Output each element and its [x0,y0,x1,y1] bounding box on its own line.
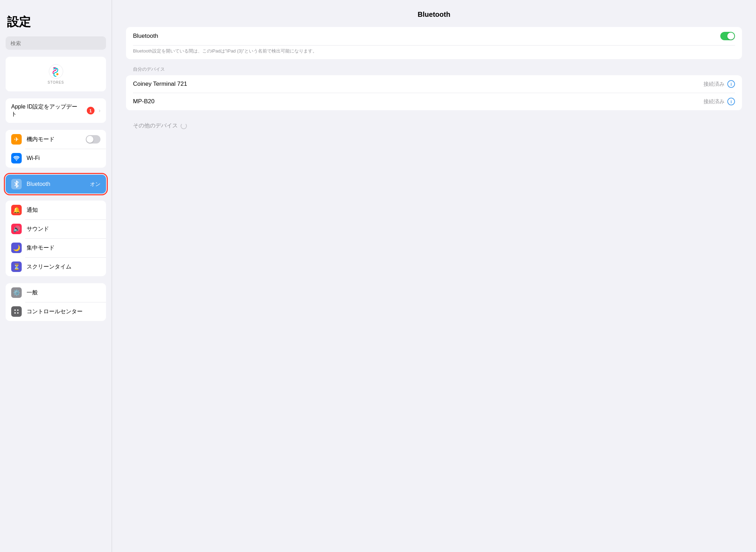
notifications-label: 通知 [27,207,100,214]
wifi-label: Wi-Fi [27,155,100,161]
other-devices-row: その他のデバイス [126,117,742,134]
scanning-spinner [181,123,187,129]
airplane-label: 機内モード [27,136,81,143]
stores-label: STORES [48,81,64,84]
device-status-1: 接続済み [704,98,724,105]
bluetooth-description: Bluetooth設定を開いている間は、このiPadは"iPad (3)"という… [126,45,742,59]
connectivity-group: ✈ 機内モード Wi-Fi [6,130,106,168]
bluetooth-toggle-row: Bluetooth [126,27,742,45]
apple-id-row[interactable]: Apple ID設定をアップデート 1 › [6,98,106,123]
bluetooth-label: Bluetooth [27,181,85,187]
other-devices-label: その他のデバイス [133,122,178,130]
sound-label: サウンド [27,225,100,233]
device-info-btn-1[interactable]: i [727,98,735,105]
svg-point-1 [56,73,58,75]
sidebar-item-wifi[interactable]: Wi-Fi [6,149,106,168]
stores-logo: STORES [48,64,64,84]
bluetooth-group: Bluetooth オン [6,175,106,194]
moon-icon: 🌙 [11,243,22,253]
sidebar-item-bluetooth[interactable]: Bluetooth オン [6,175,106,194]
device-name-1: MP-B20 [133,98,704,105]
apple-id-label: Apple ID設定をアップデート [11,103,83,118]
my-devices-card: Coiney Terminal 721 接続済み i MP-B20 接続済み i [126,75,742,110]
bluetooth-icon [11,179,22,189]
sound-icon: 🔊 [11,224,22,234]
focus-label: 集中モード [27,244,100,252]
sidebar-item-notifications[interactable]: 🔔 通知 [6,201,106,219]
search-input[interactable] [10,40,101,46]
settings-group2: ⚙️ 一般 コントロールセンター [6,283,106,321]
controls-icon [11,306,22,317]
bell-icon: 🔔 [11,205,22,215]
gear-icon: ⚙️ [11,287,22,298]
sidebar-item-airplane[interactable]: ✈ 機内モード [6,130,106,149]
screentime-label: スクリーンタイム [27,263,100,271]
device-status-0: 接続済み [704,81,724,88]
bluetooth-toggle-label: Bluetooth [133,33,720,40]
device-row-1[interactable]: MP-B20 接続済み i [126,93,742,110]
search-bar [6,36,106,50]
sidebar: 設定 STORES Apple ID設定をアップデート 1 › ✈ 機内モード [0,0,112,552]
device-info-btn-0[interactable]: i [727,80,735,88]
svg-point-4 [14,312,16,314]
device-row-0[interactable]: Coiney Terminal 721 接続済み i [126,75,742,93]
device-name-0: Coiney Terminal 721 [133,81,704,88]
sidebar-item-sound[interactable]: 🔊 サウンド [6,219,106,238]
apple-id-badge: 1 [87,107,94,114]
main-content: Bluetooth Bluetooth Bluetooth設定を開いている間は、… [112,0,756,552]
bluetooth-status: オン [90,181,100,188]
stores-banner: STORES [6,57,106,91]
my-devices-section-label: 自分のデバイス [126,66,742,75]
airplane-toggle[interactable] [86,135,100,144]
control-center-label: コントロールセンター [27,308,100,315]
airplane-icon: ✈ [11,134,22,145]
bluetooth-toggle-card: Bluetooth Bluetooth設定を開いている間は、このiPadは"iP… [126,27,742,59]
svg-point-5 [17,312,19,314]
sidebar-item-focus[interactable]: 🌙 集中モード [6,238,106,257]
main-title: Bluetooth [126,11,742,19]
page-title: 設定 [6,14,106,30]
chevron-right-icon: › [99,107,100,114]
general-label: 一般 [27,289,100,296]
svg-point-2 [14,309,16,311]
svg-point-3 [17,309,19,311]
bluetooth-main-toggle[interactable] [720,32,735,40]
settings-group1: 🔔 通知 🔊 サウンド 🌙 集中モード ⏳ スクリーンタイム [6,201,106,276]
hourglass-icon: ⏳ [11,261,22,272]
wifi-icon [11,153,22,163]
stores-icon [48,64,64,79]
sidebar-item-control-center[interactable]: コントロールセンター [6,302,106,321]
sidebar-item-screentime[interactable]: ⏳ スクリーンタイム [6,257,106,276]
sidebar-item-general[interactable]: ⚙️ 一般 [6,283,106,302]
